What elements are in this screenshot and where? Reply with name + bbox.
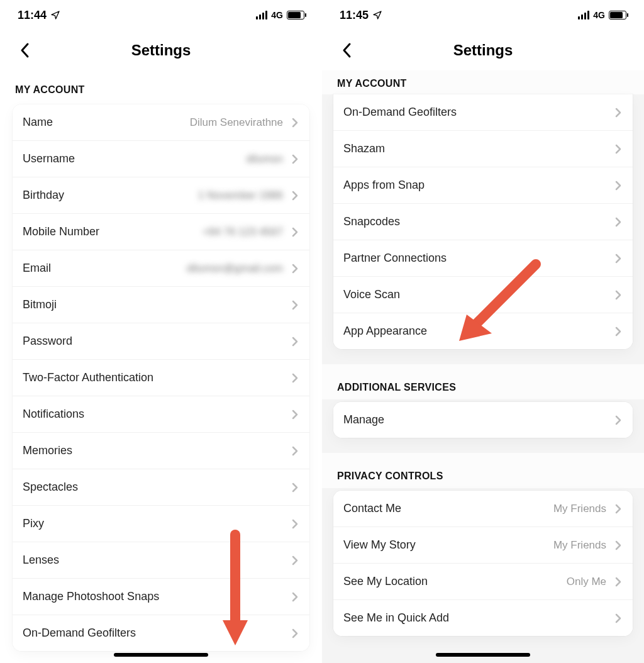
chevron-right-icon (614, 504, 623, 513)
chevron-right-icon (291, 447, 299, 455)
page-title: Settings (453, 42, 513, 59)
row-manage[interactable]: Manage (333, 402, 633, 438)
row-on-demand-geofilters[interactable]: On-Demand Geofilters (333, 94, 633, 131)
row-name[interactable]: Name Dilum Senevirathne (13, 104, 309, 141)
row-label: See Me in Quick Add (343, 611, 614, 625)
row-label: Apps from Snap (343, 179, 614, 192)
home-indicator[interactable] (114, 653, 208, 657)
section-header-additional-services: ADDITIONAL SERVICES (322, 364, 644, 399)
signal-icon (256, 11, 267, 20)
right-screenshot: 11:45 4G Settings MY ACCOUNT On-Demand G… (322, 0, 644, 663)
page-title: Settings (131, 42, 191, 59)
location-icon (372, 10, 382, 20)
row-value: dilumsn@gmail.com (187, 262, 283, 275)
row-label: Voice Scan (343, 288, 614, 301)
left-screenshot: 11:44 4G Settings MY ACCOUNT Name Dilum … (0, 0, 322, 663)
settings-content[interactable]: MY ACCOUNT Name Dilum Senevirathne Usern… (0, 70, 322, 663)
location-icon (50, 10, 60, 20)
chevron-right-icon (291, 374, 299, 382)
row-username[interactable]: Username dilumsn (13, 141, 309, 177)
section-header-my-account: MY ACCOUNT (0, 70, 322, 102)
chevron-right-icon (291, 520, 299, 528)
row-email[interactable]: Email dilumsn@gmail.com (13, 250, 309, 287)
network-label: 4G (593, 10, 605, 20)
chevron-right-icon (291, 155, 299, 164)
settings-content[interactable]: MY ACCOUNT On-Demand Geofilters Shazam A… (322, 70, 644, 663)
row-label: Contact Me (343, 502, 553, 515)
row-label: Birthday (23, 189, 198, 202)
row-label: App Appearance (343, 325, 614, 338)
chevron-right-icon (291, 191, 299, 200)
row-see-me-in-quick-add[interactable]: See Me in Quick Add (333, 600, 633, 636)
row-shazam[interactable]: Shazam (333, 131, 633, 167)
back-button[interactable] (13, 38, 38, 63)
privacy-controls-card: Contact Me My Friends View My Story My F… (333, 491, 633, 636)
chevron-right-icon (291, 483, 299, 492)
row-label: See My Location (343, 575, 567, 588)
chevron-right-icon (614, 145, 623, 153)
row-spectacles[interactable]: Spectacles (13, 469, 309, 506)
status-bar: 11:44 4G (0, 0, 322, 30)
status-time: 11:44 (18, 9, 47, 22)
signal-icon (578, 11, 589, 20)
row-view-my-story[interactable]: View My Story My Friends (333, 527, 633, 564)
row-on-demand-geofilters[interactable]: On-Demand Geofilters (13, 615, 309, 651)
row-notifications[interactable]: Notifications (13, 396, 309, 433)
battery-icon (609, 11, 626, 20)
home-indicator[interactable] (436, 653, 530, 657)
row-partner-connections[interactable]: Partner Connections (333, 240, 633, 277)
row-see-my-location[interactable]: See My Location Only Me (333, 564, 633, 600)
section-header-my-account: MY ACCOUNT (322, 70, 644, 94)
row-value: My Friends (553, 503, 606, 515)
additional-services-card: Manage (333, 402, 633, 438)
row-password[interactable]: Password (13, 323, 309, 360)
chevron-right-icon (291, 337, 299, 346)
chevron-right-icon (291, 556, 299, 565)
row-label: Two-Factor Authentication (23, 371, 291, 384)
row-apps-from-snap[interactable]: Apps from Snap (333, 167, 633, 204)
chevron-right-icon (614, 291, 623, 299)
row-label: Password (23, 335, 291, 348)
chevron-right-icon (614, 218, 623, 226)
chevron-right-icon (614, 108, 623, 117)
row-label: Snapcodes (343, 215, 614, 228)
chevron-right-icon (291, 264, 299, 273)
row-label: Pixy (23, 517, 291, 530)
row-lenses[interactable]: Lenses (13, 542, 309, 579)
row-contact-me[interactable]: Contact Me My Friends (333, 491, 633, 527)
row-app-appearance[interactable]: App Appearance (333, 313, 633, 349)
row-label: Email (23, 262, 187, 275)
row-mobile-number[interactable]: Mobile Number +94 76 123 4567 (13, 214, 309, 250)
row-memories[interactable]: Memories (13, 433, 309, 469)
chevron-right-icon (291, 593, 299, 601)
row-value: 1 November 1986 (198, 189, 283, 202)
row-label: Lenses (23, 554, 291, 567)
row-label: Mobile Number (23, 225, 203, 238)
chevron-right-icon (614, 614, 623, 623)
row-voice-scan[interactable]: Voice Scan (333, 277, 633, 313)
row-label: On-Demand Geofilters (23, 627, 291, 640)
nav-header: Settings (0, 30, 322, 70)
row-snapcodes[interactable]: Snapcodes (333, 204, 633, 240)
row-label: Name (23, 116, 190, 129)
row-value: +94 76 123 4567 (203, 226, 283, 238)
chevron-right-icon (614, 181, 623, 190)
battery-icon (287, 11, 304, 20)
row-label: Notifications (23, 408, 291, 421)
back-button[interactable] (335, 38, 360, 63)
row-two-factor[interactable]: Two-Factor Authentication (13, 360, 309, 396)
row-bitmoji[interactable]: Bitmoji (13, 287, 309, 323)
row-pixy[interactable]: Pixy (13, 506, 309, 542)
chevron-right-icon (291, 118, 299, 127)
row-label: View My Story (343, 538, 553, 552)
row-label: Shazam (343, 142, 614, 155)
row-label: Spectacles (23, 481, 291, 494)
network-label: 4G (271, 10, 283, 20)
row-manage-photoshoot-snaps[interactable]: Manage Photoshoot Snaps (13, 579, 309, 615)
row-birthday[interactable]: Birthday 1 November 1986 (13, 177, 309, 214)
chevron-right-icon (614, 577, 623, 586)
chevron-right-icon (614, 541, 623, 550)
chevron-right-icon (614, 254, 623, 263)
status-time: 11:45 (340, 9, 369, 22)
chevron-right-icon (291, 228, 299, 237)
